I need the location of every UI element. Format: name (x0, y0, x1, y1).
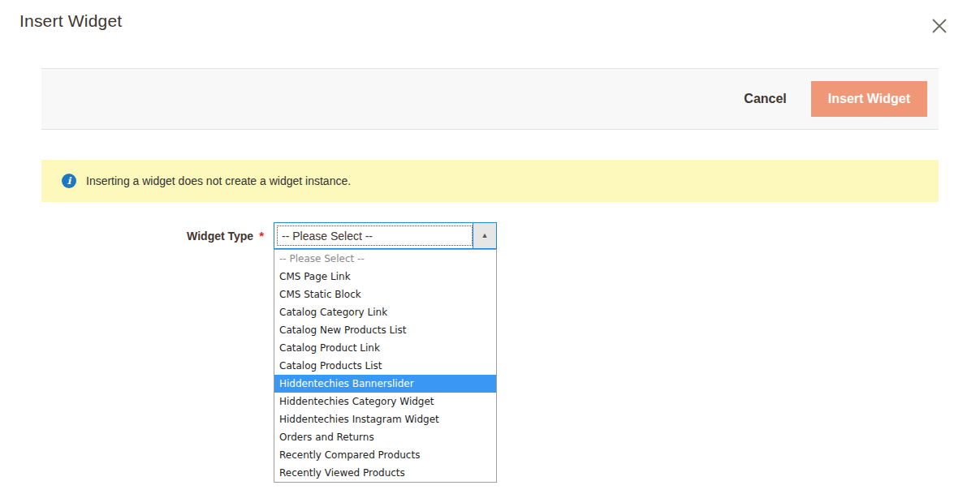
widget-type-option[interactable]: Catalog Product Link (274, 339, 496, 357)
widget-type-option[interactable]: CMS Page Link (274, 268, 496, 286)
widget-type-label-text: Widget Type (187, 230, 253, 243)
widget-type-option[interactable]: -- Please Select -- (274, 250, 496, 268)
info-icon: i (62, 174, 76, 188)
widget-type-option[interactable]: Catalog Category Link (274, 303, 496, 321)
widget-type-option[interactable]: Orders and Returns (274, 428, 496, 446)
page-title: Insert Widget (19, 11, 122, 31)
widget-type-field: Widget Type* -- Please Select -- ▲ -- Pl… (0, 222, 980, 249)
widget-type-option[interactable]: Hiddentechies Bannerslider (274, 375, 496, 393)
close-button[interactable] (926, 13, 952, 39)
widget-type-selected-value[interactable]: -- Please Select -- (277, 226, 473, 246)
widget-type-option[interactable]: Hiddentechies Instagram Widget (274, 410, 496, 428)
chevron-up-icon: ▲ (481, 232, 489, 239)
notice-message: Inserting a widget does not create a wid… (86, 174, 351, 187)
widget-type-options: -- Please Select --CMS Page LinkCMS Stat… (274, 249, 497, 483)
cancel-button[interactable]: Cancel (744, 92, 786, 106)
required-asterisk: * (259, 229, 264, 243)
widget-type-label: Widget Type* (0, 229, 264, 243)
close-icon (930, 16, 949, 36)
widget-type-option[interactable]: Catalog New Products List (274, 321, 496, 339)
dropdown-arrow-button[interactable]: ▲ (473, 223, 496, 248)
insert-widget-button[interactable]: Insert Widget (811, 81, 927, 117)
widget-type-select[interactable]: -- Please Select -- ▲ -- Please Select -… (274, 222, 497, 249)
widget-type-option[interactable]: Recently Compared Products (274, 446, 496, 464)
widget-type-option[interactable]: CMS Static Block (274, 286, 496, 303)
insert-widget-modal: Insert Widget Cancel Insert Widget i Ins… (0, 0, 980, 249)
widget-type-option[interactable]: Hiddentechies Category Widget (274, 393, 496, 410)
modal-toolbar: Cancel Insert Widget (41, 68, 939, 130)
widget-type-option[interactable]: Catalog Products List (274, 357, 496, 375)
widget-type-option[interactable]: Recently Viewed Products (274, 464, 496, 482)
modal-header: Insert Widget (0, 0, 980, 68)
notice-banner: i Inserting a widget does not create a w… (41, 160, 939, 202)
